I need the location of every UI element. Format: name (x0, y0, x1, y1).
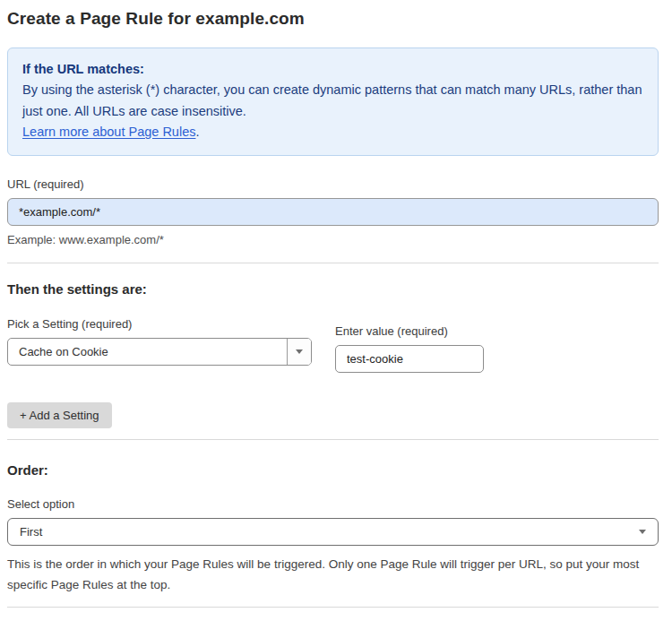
order-select[interactable]: First (7, 518, 659, 546)
info-box-heading: If the URL matches: (22, 59, 643, 80)
chevron-down-icon (296, 349, 303, 354)
setting-picker-select[interactable]: Cache on Cookie (7, 338, 312, 366)
divider (7, 607, 659, 608)
setting-picker-arrow-button[interactable] (287, 339, 311, 365)
order-helper-text: This is the order in which your Page Rul… (7, 554, 652, 595)
setting-picker-column: Pick a Setting (required) Cache on Cooki… (7, 317, 312, 366)
settings-section-heading: Then the settings are: (7, 281, 659, 297)
divider (7, 439, 659, 440)
order-select-value: First (20, 525, 42, 539)
info-link-line: Learn more about Page Rules. (22, 122, 643, 142)
divider (7, 263, 659, 263)
settings-row: Pick a Setting (required) Cache on Cooki… (7, 317, 659, 373)
chevron-down-icon (639, 530, 646, 534)
learn-more-link[interactable]: Learn more about Page Rules (22, 125, 195, 139)
url-example-helper: Example: www.example.com/* (7, 233, 659, 246)
info-box-body: By using the asterisk (*) character, you… (22, 80, 643, 122)
page-title: Create a Page Rule for example.com (7, 9, 659, 29)
setting-value-label: Enter value (required) (335, 324, 484, 338)
add-setting-button[interactable]: + Add a Setting (7, 402, 112, 428)
order-section-heading: Order: (7, 462, 659, 478)
url-field-label: URL (required) (7, 177, 659, 191)
url-match-info-box: If the URL matches: By using the asteris… (7, 47, 659, 156)
setting-value-column: Enter value (required) (335, 324, 484, 373)
setting-value-input[interactable] (335, 345, 484, 373)
create-page-rule-form: Create a Page Rule for example.com If th… (0, 0, 672, 621)
setting-picker-value: Cache on Cookie (8, 345, 287, 358)
url-input[interactable] (7, 198, 659, 226)
setting-picker-label: Pick a Setting (required) (7, 317, 312, 331)
order-select-label: Select option (7, 497, 659, 511)
link-suffix: . (195, 125, 199, 139)
